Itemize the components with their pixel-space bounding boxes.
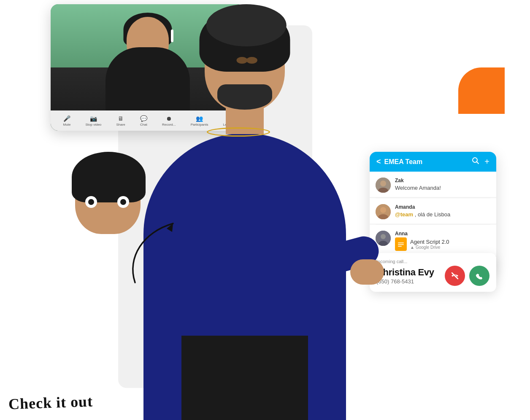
chat-search-button[interactable] <box>472 157 479 167</box>
chat-header: < EMEA Team + <box>370 152 496 172</box>
message-content-zak: Zak Welcome Amanda! <box>395 178 490 192</box>
peer-pupil-left <box>88 199 94 205</box>
message-content-amanda: Amanda @team , olá de Lisboa <box>395 204 490 218</box>
mute-icon: 🎤 <box>63 115 70 122</box>
main-scene: 🎤 Mute 📷 Stop video 🖥 Share 💬 Chat ⏺ Rec… <box>0 0 530 420</box>
incoming-call-label: Incoming call... <box>376 259 489 264</box>
peer-hair <box>72 152 146 202</box>
chat-title: EMEA Team <box>384 158 469 166</box>
attachment-file-icon <box>395 237 407 251</box>
message-text-amanda: , olá de Lisboa <box>415 211 451 218</box>
svg-line-1 <box>477 162 479 164</box>
orange-decorative-shape <box>458 67 505 114</box>
main-hand <box>350 259 384 285</box>
chat-header-actions: + <box>472 157 489 167</box>
incoming-call-row: Christina Evy (650) 768-5431 <box>376 266 489 286</box>
incoming-call-card: Incoming call... Christina Evy (650) 768… <box>370 253 496 292</box>
svg-rect-13 <box>398 244 404 245</box>
main-eye-left <box>237 57 248 64</box>
mute-button[interactable]: 🎤 Mute <box>63 115 71 127</box>
peer-eye-right <box>117 196 129 208</box>
necklace-accessory <box>207 127 270 137</box>
svg-rect-12 <box>398 242 404 243</box>
camera-icon: 📷 <box>90 115 97 122</box>
chat-message-amanda: Amanda @team , olá de Lisboa <box>370 198 496 223</box>
svg-rect-14 <box>398 246 402 247</box>
main-hair-top <box>206 4 287 46</box>
peer-pupil-right <box>120 199 126 205</box>
handwritten-text: Check it out <box>8 393 93 413</box>
chat-attachment: Agent Script 2.0 ▲ Google Drive <box>395 237 490 251</box>
main-pants <box>181 336 308 420</box>
stop-video-button[interactable]: 📷 Stop video <box>85 115 101 127</box>
chat-body: Zak Welcome Amanda! Amanda @te <box>370 172 496 255</box>
peer-eye-left <box>85 196 97 208</box>
chat-message-anna: Anna Agent Script 2.0 <box>370 225 496 255</box>
accept-call-button[interactable] <box>469 266 489 286</box>
chat-add-button[interactable]: + <box>484 157 489 167</box>
attachment-details: Agent Script 2.0 ▲ Google Drive <box>410 239 490 250</box>
decline-call-button[interactable] <box>445 266 465 286</box>
google-drive-icon: ▲ <box>410 245 414 250</box>
main-beard <box>217 84 272 110</box>
attachment-source: ▲ Google Drive <box>410 245 490 250</box>
call-action-buttons <box>445 266 489 286</box>
mention-tag: @team <box>395 211 413 218</box>
chat-message-zak: Zak Welcome Amanda! <box>370 172 496 197</box>
arrow-annotation <box>118 207 194 293</box>
message-content-anna: Anna Agent Script 2.0 <box>395 231 490 251</box>
main-eye-right <box>246 57 257 64</box>
